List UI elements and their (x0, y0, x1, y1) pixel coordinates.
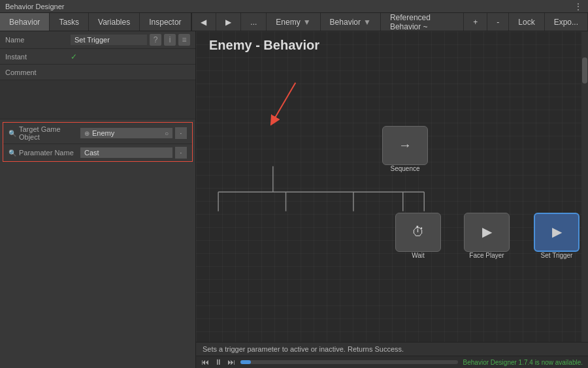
referenced-behavior-selector[interactable]: Referenced Behavior ~ (381, 13, 464, 31)
name-value[interactable]: Set Trigger (71, 35, 147, 45)
paramater-name-label: 🔍 Paramater Name (8, 149, 80, 157)
inspector-panel: Name Set Trigger ? i ≡ Instant ✓ Comment… (0, 31, 196, 368)
lock-btn[interactable]: Lock (509, 13, 544, 31)
tab-variables[interactable]: Variables (89, 13, 140, 31)
wait1-label: Wait (412, 252, 425, 259)
nav-next[interactable]: ▶ (216, 13, 241, 31)
face-player-label: Face Player (469, 252, 504, 259)
target-game-object-label: 🔍 Target Game Object (8, 125, 80, 141)
enemy-icon: ⊕ (84, 130, 90, 137)
search-icon: 🔍 (8, 130, 16, 137)
name-label: Name (5, 36, 71, 44)
name-row: Name Set Trigger ? i ≡ (0, 31, 195, 49)
settings-icon[interactable]: ≡ (178, 34, 190, 46)
set-trigger-label: Set Trigger (541, 252, 573, 259)
version-text: Behavior Designer 1.7.4 is now available… (463, 359, 583, 366)
timeline-indicator (240, 360, 251, 364)
app-title: Behavior Designer (5, 3, 65, 10)
sequence-label: Sequence (390, 165, 419, 172)
title-bar: Behavior Designer ⋮ (0, 0, 588, 13)
timeline-bar[interactable] (240, 360, 458, 364)
target-game-object-row: 🔍 Target Game Object ⊕ Enemy ○ · (3, 123, 192, 144)
comment-row: Comment (0, 65, 195, 80)
paramater-name-value[interactable]: Cast (80, 147, 172, 158)
wait1-node[interactable]: ⏱ Wait (395, 213, 441, 259)
paramater-name-value-container: Cast · (80, 147, 187, 159)
graph-title: Enemy - Behavior (209, 38, 319, 53)
rewind-btn[interactable]: ⏮ (201, 358, 209, 367)
scrollbar-thumb[interactable] (582, 57, 587, 84)
help-icon[interactable]: ? (150, 34, 161, 46)
playback-bar: ⏮ ⏸ ⏭ Behavior Designer 1.7.4 is now ava… (196, 356, 588, 368)
graph-background (196, 31, 588, 342)
main-layout: Name Set Trigger ? i ≡ Instant ✓ Comment… (0, 31, 588, 368)
minus-btn[interactable]: - (487, 13, 509, 31)
face-player-node[interactable]: ▶ Face Player (464, 213, 510, 259)
fields-section: 🔍 Target Game Object ⊕ Enemy ○ · 🔍 Param… (3, 122, 193, 162)
target-game-object-dot-btn[interactable]: · (175, 127, 187, 139)
tab-behavior[interactable]: Behavior (0, 13, 50, 31)
pause-btn[interactable]: ⏸ (214, 358, 222, 367)
target-game-object-value-container: ⊕ Enemy ○ · (80, 127, 187, 139)
nav-bar: Behavior Tasks Variables Inspector ◀ ▶ .… (0, 13, 588, 31)
inspector-icons: ? i ≡ (150, 34, 190, 46)
add-btn[interactable]: + (464, 13, 487, 31)
info-icon[interactable]: i (164, 34, 176, 46)
sequence-node[interactable]: → Sequence (382, 126, 428, 172)
enemy-selector[interactable]: Enemy ▼ (267, 13, 320, 31)
tab-tasks[interactable]: Tasks (50, 13, 89, 31)
paramater-name-row: 🔍 Paramater Name Cast · (3, 144, 192, 161)
search-icon-2: 🔍 (8, 149, 16, 157)
paramater-name-dot-btn[interactable]: · (175, 147, 187, 159)
face-player-node-box[interactable]: ▶ (464, 213, 510, 252)
circle-indicator: ○ (165, 130, 169, 137)
set-trigger-node[interactable]: ▶ Set Trigger (534, 213, 580, 259)
menu-icon[interactable]: ⋮ (574, 1, 583, 12)
instant-row: Instant ✓ (0, 49, 195, 65)
face-player-icon: ▶ (482, 224, 492, 239)
target-game-object-value[interactable]: ⊕ Enemy ○ (80, 128, 172, 138)
set-trigger-node-box[interactable]: ▶ (534, 213, 580, 252)
comment-label: Comment (5, 69, 71, 76)
nav-more[interactable]: ... (241, 13, 267, 31)
tab-inspector[interactable]: Inspector (140, 13, 191, 31)
export-btn[interactable]: Expo... (545, 13, 588, 31)
forward-btn[interactable]: ⏭ (227, 358, 235, 367)
behavior-selector[interactable]: Behavior ▼ (321, 13, 381, 31)
instant-label: Instant (5, 53, 71, 61)
nav-prev[interactable]: ◀ (191, 13, 216, 31)
sequence-icon: → (399, 138, 412, 153)
comment-area[interactable] (0, 80, 195, 119)
wait1-icon: ⏱ (412, 224, 425, 239)
status-text: Sets a trigger parameter to active or in… (196, 343, 588, 356)
bottom-bar: Sets a trigger parameter to active or in… (196, 342, 588, 368)
vertical-scrollbar[interactable] (581, 31, 588, 342)
set-trigger-icon: ▶ (552, 224, 562, 239)
graph-panel[interactable]: Enemy - Behavior → (196, 31, 588, 368)
sequence-node-box[interactable]: → (382, 126, 428, 165)
instant-checkbox[interactable]: ✓ (71, 52, 77, 61)
wait1-node-box[interactable]: ⏱ (395, 213, 441, 252)
